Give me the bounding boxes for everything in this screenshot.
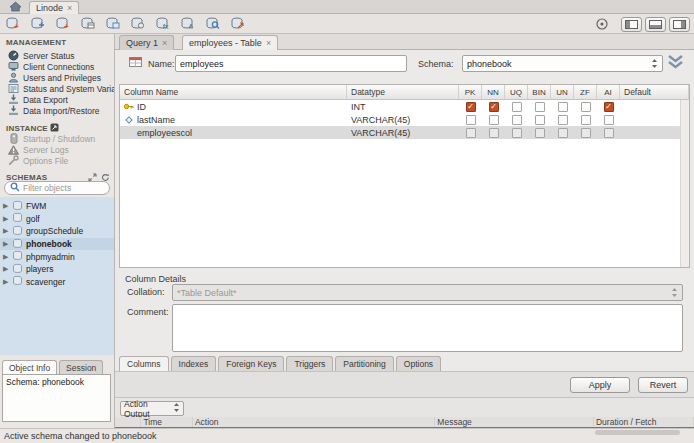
ai-checkbox[interactable]: [604, 128, 614, 138]
expand-arrow-icon[interactable]: ▶: [3, 253, 9, 261]
create-table-button[interactable]: [79, 16, 97, 32]
schema-filter-input[interactable]: [23, 183, 104, 193]
create-schema-button[interactable]: +: [54, 16, 72, 32]
search-table-data-button[interactable]: [204, 16, 222, 32]
column-name-cell[interactable]: employeescol: [120, 126, 347, 139]
expand-arrow-icon[interactable]: ▶: [3, 202, 9, 210]
horizontal-scrollbar[interactable]: [595, 430, 680, 435]
create-function-button[interactable]: fx: [154, 16, 172, 32]
output-header-duration-fetch[interactable]: Duration / Fetch: [594, 417, 694, 427]
zf-checkbox[interactable]: [581, 102, 591, 112]
nn-checkbox[interactable]: [489, 128, 499, 138]
revert-button[interactable]: Revert: [638, 377, 688, 393]
open-sql-script-button[interactable]: [29, 16, 47, 32]
uq-checkbox[interactable]: [512, 128, 522, 138]
grid-header-uq[interactable]: UQ: [505, 85, 528, 99]
create-view-button[interactable]: [104, 16, 122, 32]
tab-triggers[interactable]: Triggers: [286, 356, 333, 371]
bin-checkbox[interactable]: [535, 102, 545, 112]
column-row-id[interactable]: IDINT✓✓✓: [120, 100, 689, 113]
tab-columns[interactable]: Columns: [119, 356, 169, 371]
toggle-sidebar-panel-button[interactable]: [621, 17, 642, 32]
sidebar-item-data-import-restore[interactable]: Data Import/Restore: [8, 105, 114, 116]
output-header-icon[interactable]: [115, 417, 141, 427]
close-tab-icon[interactable]: ×: [162, 39, 167, 48]
grid-header-ai[interactable]: AI: [597, 85, 620, 99]
grid-header-datatype[interactable]: Datatype: [347, 85, 459, 99]
toggle-secondary-panel-button[interactable]: [669, 17, 690, 32]
grid-header-column-name[interactable]: Column Name: [120, 85, 347, 99]
schema-item-golf[interactable]: ▶golf: [0, 213, 114, 226]
expand-arrow-icon[interactable]: ▶: [3, 227, 9, 235]
schema-item-fwm[interactable]: ▶FWM: [0, 200, 114, 213]
sidebar-item-data-export[interactable]: Data Export: [8, 94, 114, 105]
un-checkbox[interactable]: [558, 128, 568, 138]
grid-header-nn[interactable]: NN: [482, 85, 505, 99]
uq-checkbox[interactable]: [512, 102, 522, 112]
tab-options[interactable]: Options: [396, 356, 441, 371]
ai-checkbox[interactable]: [604, 115, 614, 125]
grid-header-un[interactable]: UN: [551, 85, 574, 99]
connection-tab-linode[interactable]: Linode ×: [29, 1, 79, 14]
create-stored-procedure-button[interactable]: [129, 16, 147, 32]
grid-header-bin[interactable]: BIN: [528, 85, 551, 99]
sidebar-item-startup-shutdown[interactable]: Startup / Shutdown: [8, 133, 114, 144]
pk-checkbox[interactable]: ✓: [466, 102, 476, 112]
close-tab-icon[interactable]: ×: [67, 4, 72, 13]
nn-checkbox[interactable]: ✓: [489, 102, 499, 112]
schema-filter[interactable]: [4, 181, 110, 195]
tab-indexes[interactable]: Indexes: [171, 356, 217, 371]
sidebar-item-server-status[interactable]: Server Status: [8, 50, 114, 61]
schema-item-scavenger[interactable]: ▶scavenger: [0, 276, 114, 289]
grid-header-zf[interactable]: ZF: [574, 85, 597, 99]
output-selector[interactable]: Action Output: [120, 401, 184, 416]
tab-partitioning[interactable]: Partitioning: [335, 356, 394, 371]
create-trigger-button[interactable]: [179, 16, 197, 32]
schema-item-players[interactable]: ▶players: [0, 263, 114, 276]
default-cell[interactable]: [620, 113, 689, 126]
tab-session[interactable]: Session: [59, 360, 103, 374]
pk-checkbox[interactable]: [466, 115, 476, 125]
sidebar-item-server-logs[interactable]: Server Logs: [8, 144, 114, 155]
uq-checkbox[interactable]: [512, 115, 522, 125]
editor-tab-query-1[interactable]: Query 1×: [119, 35, 174, 50]
schema-item-phonebook[interactable]: ▶phonebook: [0, 238, 114, 251]
schema-item-groupschedule[interactable]: ▶groupSchedule: [0, 225, 114, 238]
column-row-lastname[interactable]: lastNameVARCHAR(45): [120, 113, 689, 126]
collation-select[interactable]: *Table Default*: [172, 284, 683, 301]
nn-checkbox[interactable]: [489, 115, 499, 125]
default-cell[interactable]: [620, 126, 689, 139]
output-header-time[interactable]: Time: [141, 417, 193, 427]
stepper-icon[interactable]: [651, 58, 658, 69]
grid-header-pk[interactable]: PK: [459, 85, 482, 99]
zf-checkbox[interactable]: [581, 115, 591, 125]
column-datatype-cell[interactable]: VARCHAR(45): [347, 126, 459, 139]
default-cell[interactable]: [620, 100, 689, 113]
expand-arrow-icon[interactable]: ▶: [3, 240, 9, 248]
tab-foreign-keys[interactable]: Foreign Keys: [218, 356, 284, 371]
apply-button[interactable]: Apply: [570, 377, 630, 393]
expand-arrow-icon[interactable]: ▶: [3, 215, 9, 223]
toggle-output-panel-button[interactable]: [645, 17, 666, 32]
un-checkbox[interactable]: [558, 115, 568, 125]
column-datatype-cell[interactable]: VARCHAR(45): [347, 113, 459, 126]
column-name-cell[interactable]: lastName: [120, 113, 347, 126]
grid-vertical-scrollbar[interactable]: [680, 100, 689, 267]
column-datatype-cell[interactable]: INT: [347, 100, 459, 113]
bin-checkbox[interactable]: [535, 115, 545, 125]
grid-header-default[interactable]: Default: [620, 85, 689, 99]
expand-editor-icon[interactable]: [666, 54, 685, 71]
schema-item-phpmyadmin[interactable]: ▶phpmyadmin: [0, 250, 114, 263]
home-tab[interactable]: [2, 1, 28, 14]
expand-arrow-icon[interactable]: ▶: [3, 265, 9, 273]
expand-arrow-icon[interactable]: ▶: [3, 278, 9, 286]
sidebar-item-users-and-privileges[interactable]: Users and Privileges: [8, 72, 114, 83]
tab-object-info[interactable]: Object Info: [2, 360, 57, 374]
sidebar-item-status-and-system-variables[interactable]: Status and System Variables: [8, 83, 114, 94]
new-query-tab-button[interactable]: +: [4, 16, 22, 32]
bin-checkbox[interactable]: [535, 128, 545, 138]
ai-checkbox[interactable]: ✓: [604, 102, 614, 112]
editor-tab-employees-table[interactable]: employees - Table×: [182, 35, 278, 50]
output-header-message[interactable]: Message: [435, 417, 594, 427]
un-checkbox[interactable]: [558, 102, 568, 112]
